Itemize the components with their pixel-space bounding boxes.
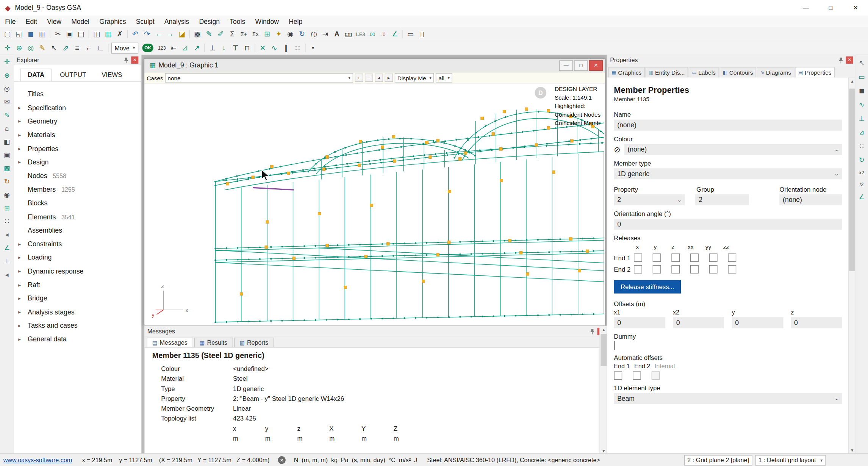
mail-icon[interactable]: ✉ — [4, 98, 10, 106]
tab-contours[interactable]: ◧ Contours — [719, 67, 756, 78]
tree-item-blocks[interactable]: Blocks — [14, 196, 141, 210]
member-type-dropdown[interactable]: 1D generic ⌄ — [614, 168, 842, 179]
home-view-icon[interactable]: ⌂ — [5, 125, 9, 132]
angle-icon[interactable]: ∟ — [95, 42, 106, 53]
prev-case-button[interactable]: ◂ — [375, 73, 383, 82]
find-icon[interactable]: ◉ — [285, 28, 296, 39]
end1-release-zz-checkbox[interactable] — [728, 253, 736, 262]
menu-design[interactable]: Design — [194, 17, 225, 25]
frame-vertical-icon[interactable]: ▯ — [416, 28, 428, 39]
orientation-node-input[interactable]: (none) — [779, 194, 842, 205]
grid-view-icon[interactable]: ▩ — [192, 28, 203, 39]
dimension-icon[interactable]: ⇤ — [168, 42, 180, 53]
copy-icon[interactable]: ▣ — [64, 28, 75, 39]
close-panel-icon[interactable]: ✕ — [131, 56, 138, 63]
scrollbar-thumb[interactable] — [601, 334, 607, 366]
close-button[interactable]: ✕ — [843, 0, 868, 16]
end2-release-yy-checkbox[interactable] — [709, 265, 718, 274]
exponent-icon[interactable]: 1.E3 — [354, 28, 366, 39]
pencil-icon[interactable]: ✎ — [203, 28, 215, 39]
nodes-tool-icon[interactable]: ∷ — [5, 217, 9, 225]
frame-horizontal-icon[interactable]: ▭ — [405, 28, 416, 39]
sum-icon[interactable]: Σ — [227, 28, 238, 39]
function-icon[interactable]: ƒ() — [308, 28, 319, 39]
undo-icon[interactable]: ↶ — [130, 28, 141, 39]
menu-model[interactable]: Model — [66, 17, 94, 25]
auto-offset-end2-checkbox[interactable] — [633, 371, 641, 380]
list-icon[interactable]: ≡ — [71, 42, 83, 53]
grid-tool-icon[interactable]: ⊞ — [4, 204, 10, 212]
graphic-minimize-button[interactable]: — — [559, 60, 573, 71]
graphic-title-bar[interactable]: ▦ Model_9 : Graphic 1 — □ ✕ — [144, 59, 605, 73]
expand-arrow-icon[interactable]: ▸ — [18, 132, 28, 138]
redo-icon[interactable]: ↷ — [141, 28, 153, 39]
sculpt-icon[interactable]: ✎ — [36, 42, 48, 53]
tree-item-loading[interactable]: ▸ Loading — [14, 251, 141, 264]
wedge-tool-icon[interactable]: ⊿ — [859, 128, 865, 136]
cursor-tool-icon[interactable]: ↖ — [859, 59, 865, 67]
sum-x-icon[interactable]: Σx — [250, 28, 261, 39]
pan-tool-icon[interactable]: ✛ — [4, 58, 10, 66]
tab-views[interactable]: VIEWS — [94, 69, 129, 81]
pen-icon[interactable]: ✐ — [215, 28, 227, 39]
angle-tool-icon[interactable]: ∠ — [859, 193, 865, 201]
expand-arrow-icon[interactable]: ▸ — [18, 241, 28, 247]
menu-window[interactable]: Window — [250, 17, 284, 25]
layers-icon[interactable]: ▩ — [4, 164, 10, 172]
dots-tool-icon[interactable]: ∷ — [860, 142, 864, 150]
name-input[interactable]: (none) — [614, 120, 842, 131]
element-type-dropdown[interactable]: Beam ⌄ — [614, 393, 842, 404]
spring-tool-icon[interactable]: ∿ — [859, 101, 865, 108]
tab-messages[interactable]: ▤ Messages — [147, 338, 193, 347]
release-stiffness-button[interactable]: Release stiffness... — [614, 280, 681, 293]
menu-view[interactable]: View — [42, 17, 66, 25]
tree-item-titles[interactable]: Titles — [14, 88, 141, 101]
end2-release-y-checkbox[interactable] — [653, 265, 661, 274]
polyline-icon[interactable]: ⇗ — [60, 42, 72, 53]
collapse-left-icon[interactable]: ◂ — [5, 231, 9, 238]
sum-add-icon[interactable]: Σ+ — [238, 28, 250, 39]
tree-item-elements[interactable]: Elements 3541 — [14, 210, 141, 224]
offset-x1-input[interactable]: 0 — [614, 317, 665, 328]
zoom-extents-icon[interactable]: ⊕ — [13, 42, 25, 53]
tree-item-nodes[interactable]: Nodes 5558 — [14, 169, 141, 183]
tree-item-tasks-and-cases[interactable]: ▸ Tasks and cases — [14, 319, 141, 333]
zoom-box-tool-icon[interactable]: ◎ — [4, 85, 10, 92]
menu-graphics[interactable]: Graphics — [94, 17, 131, 25]
box-select-icon[interactable]: ▣ — [4, 151, 10, 159]
delete-icon[interactable]: ✗ — [114, 28, 126, 39]
tab-diagrams[interactable]: ∿ Diagrams — [757, 67, 794, 78]
pencil-tool-icon[interactable]: ✎ — [4, 111, 10, 119]
format-painter-icon[interactable]: ◪ — [176, 28, 188, 39]
remove-decimal-icon[interactable]: .0 — [377, 28, 389, 39]
font-icon[interactable]: A — [331, 28, 343, 39]
cut-icon[interactable]: ✂ — [52, 28, 64, 39]
support-tool-icon[interactable]: ⊥ — [859, 114, 865, 122]
tree-item-bridge[interactable]: ▸ Bridge — [14, 292, 141, 305]
tree-item-specification[interactable]: ▸ Specification — [14, 101, 141, 115]
goto-icon[interactable]: ⇥ — [319, 28, 331, 39]
tree-item-constraints[interactable]: ▸ Constraints — [14, 237, 141, 251]
pan-icon[interactable]: ✛ — [2, 42, 13, 53]
wand-icon[interactable]: ✦ — [273, 28, 285, 39]
proportion-icon[interactable]: ∷ — [292, 42, 303, 53]
arrow-down-icon[interactable]: ↓ — [218, 42, 230, 53]
grid-layout-dropdown[interactable]: 1 : Default grid layout ▾ — [755, 455, 826, 465]
menu-tools[interactable]: Tools — [225, 17, 250, 25]
offset-z-input[interactable]: 0 — [791, 317, 842, 328]
collapse-left2-icon[interactable]: ◂ — [5, 271, 9, 278]
protractor-icon[interactable]: ∠ — [4, 244, 10, 252]
units-icon[interactable]: cm — [343, 28, 354, 39]
remove-case-button[interactable]: − — [365, 73, 373, 82]
menu-edit[interactable]: Edit — [21, 17, 42, 25]
tree-item-design[interactable]: ▸ Design — [14, 156, 141, 169]
node-tool-icon[interactable]: ◼ — [859, 87, 865, 94]
end1-release-yy-checkbox[interactable] — [709, 253, 718, 262]
next-case-button[interactable]: ▸ — [385, 73, 393, 82]
end2-release-x-checkbox[interactable] — [634, 265, 642, 274]
graphic-maximize-button[interactable]: □ — [574, 60, 588, 71]
tee-icon[interactable]: ⊤ — [230, 42, 241, 53]
tree-item-general-data[interactable]: ▸ General data — [14, 333, 141, 346]
offset-y-input[interactable]: 0 — [732, 317, 783, 328]
tab-output[interactable]: OUTPUT — [53, 69, 93, 81]
